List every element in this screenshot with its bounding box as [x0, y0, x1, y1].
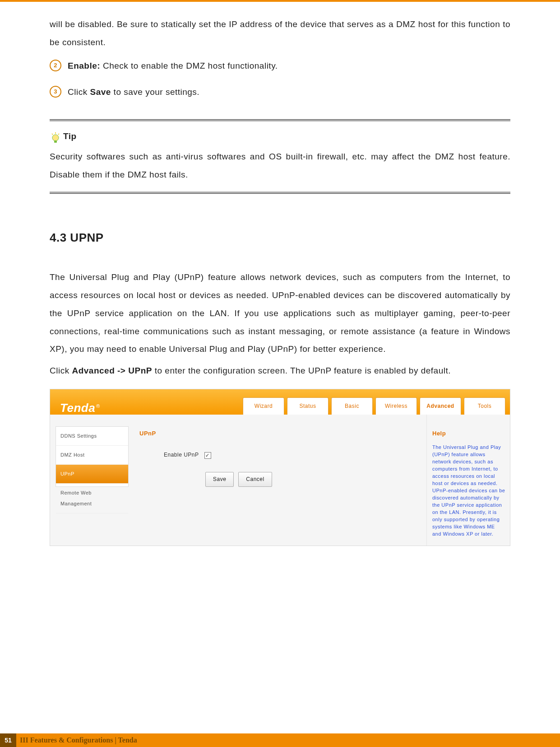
- tab-wizard[interactable]: Wizard: [243, 397, 284, 415]
- svg-line-3: [52, 134, 53, 135]
- item3-bold: Save: [90, 87, 111, 97]
- enable-text: Check to enable the DMZ host functionali…: [100, 61, 278, 70]
- page-footer: 51 III Features & Configurations | Tenda: [0, 733, 560, 747]
- tip-box: Tip Security softwares such as anti-viru…: [50, 119, 510, 194]
- tab-advanced[interactable]: Advanced: [420, 397, 461, 415]
- upnp-click-post: to enter the configuration screen. The U…: [152, 366, 451, 375]
- upnp-click-bold: Advanced -> UPnP: [72, 366, 152, 375]
- circled-number-2: 2: [50, 60, 61, 71]
- list-item-2: 2 Enable: Check to enable the DMZ host f…: [50, 57, 510, 75]
- tenda-logo: Tenda®: [60, 396, 100, 420]
- page-number: 51: [0, 733, 16, 747]
- list-item-3: 3 Click Save to save your settings.: [50, 83, 510, 101]
- item3-pre: Click: [68, 87, 90, 97]
- help-panel: Help The Universal Plug and Play (UPnP) …: [426, 415, 510, 546]
- upnp-click-paragraph: Click Advanced -> UPnP to enter the conf…: [50, 362, 510, 380]
- intro-paragraph: will be disabled. Be sure to statically …: [50, 15, 510, 51]
- enable-upnp-label: Enable UPnP: [164, 449, 199, 461]
- router-screenshot: Tenda® Wizard Status Basic Wireless Adva…: [50, 389, 510, 546]
- circled-number-3: 3: [50, 86, 61, 98]
- nav-tabs: Wizard Status Basic Wireless Advanced To…: [243, 397, 505, 415]
- tip-label: Tip: [63, 127, 77, 145]
- tab-wireless[interactable]: Wireless: [375, 397, 417, 415]
- lightbulb-icon: [50, 131, 61, 145]
- registered-mark: ®: [96, 403, 100, 409]
- panel-title: UPnP: [139, 427, 417, 439]
- svg-rect-1: [54, 140, 57, 143]
- help-title: Help: [432, 427, 505, 439]
- help-text: The Universal Plug and Play (UPnP) featu…: [432, 444, 505, 537]
- section-heading: 4.3 UPNP: [50, 225, 510, 250]
- tab-tools[interactable]: Tools: [464, 397, 505, 415]
- sidebar-item-upnp[interactable]: UPnP: [56, 465, 128, 484]
- upnp-click-pre: Click: [50, 366, 72, 375]
- upnp-paragraph: The Universal Plug and Play (UPnP) featu…: [50, 268, 510, 358]
- router-header: Tenda® Wizard Status Basic Wireless Adva…: [50, 389, 510, 415]
- sidebar-item-dmz[interactable]: DMZ Host: [56, 446, 128, 465]
- enable-label: Enable:: [68, 61, 100, 70]
- main-panel: UPnP Enable UPnP ✓ Save Cancel: [129, 415, 426, 546]
- footer-text: III Features & Configurations | Tenda: [20, 736, 137, 744]
- svg-point-0: [52, 135, 59, 141]
- tab-basic[interactable]: Basic: [331, 397, 373, 415]
- tab-status[interactable]: Status: [287, 397, 329, 415]
- svg-line-4: [58, 134, 59, 135]
- item3-post: to save your settings.: [111, 87, 199, 97]
- save-button[interactable]: Save: [205, 472, 234, 487]
- enable-upnp-checkbox[interactable]: ✓: [204, 452, 211, 459]
- tip-text: Security softwares such as anti-virus so…: [50, 148, 510, 184]
- sidebar-item-remote[interactable]: Remote Web Management: [56, 484, 128, 513]
- sidebar-item-ddns[interactable]: DDNS Settings: [56, 427, 128, 446]
- cancel-button[interactable]: Cancel: [238, 472, 272, 487]
- sidebar: DDNS Settings DMZ Host UPnP Remote Web M…: [56, 426, 129, 487]
